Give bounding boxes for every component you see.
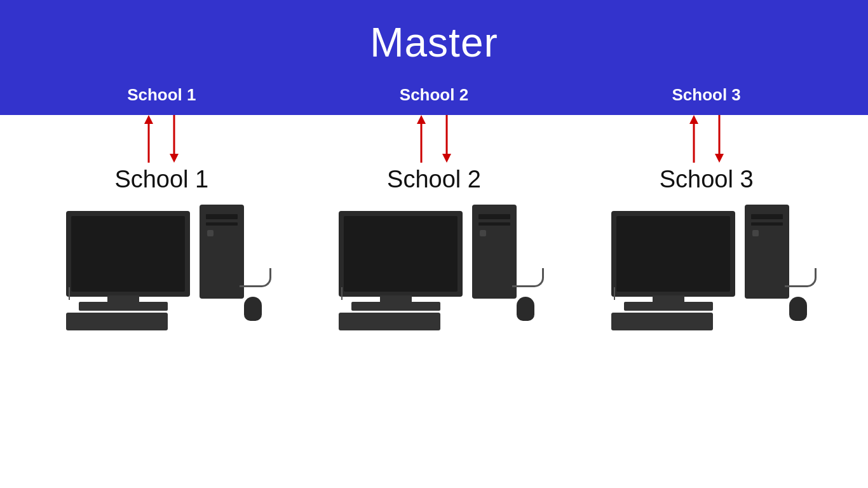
school-labels-row: School 1 School 2 School 3	[0, 79, 868, 115]
school-2-banner-label: School 2	[299, 85, 569, 105]
school-3-arrow-up-icon	[688, 115, 700, 163]
school-3-arrows	[688, 115, 726, 163]
school-2-arrows	[415, 115, 453, 163]
schools-section: School 1	[0, 115, 868, 344]
school-1-column: School 1	[27, 115, 296, 344]
svg-marker-1	[144, 115, 153, 124]
tower-button	[752, 230, 759, 236]
school-1-arrows	[142, 115, 180, 163]
tower-body	[745, 205, 789, 299]
mouse-cable	[341, 287, 342, 300]
monitor-base	[624, 302, 713, 311]
tower-button	[480, 230, 486, 236]
school-3-column: School 3	[571, 115, 841, 344]
monitor-base	[79, 302, 168, 311]
tower-cable	[512, 268, 544, 287]
tower-slot-2	[478, 222, 510, 226]
monitor-body	[66, 211, 190, 297]
keyboard-body	[611, 313, 713, 330]
school-2-computer	[332, 205, 536, 344]
monitor-screen	[616, 216, 730, 292]
tower-cable	[785, 268, 817, 287]
school-1-computer	[60, 205, 263, 344]
mouse-body	[244, 297, 262, 321]
tower-slot-1	[206, 214, 238, 219]
tower-slot-1	[751, 214, 783, 219]
school-1-banner-label: School 1	[27, 85, 296, 105]
school-2-name: School 2	[387, 166, 481, 193]
school-1-arrow-down-icon	[168, 115, 180, 163]
monitor-body	[339, 211, 463, 297]
school-1-arrow-up-icon	[142, 115, 155, 163]
mouse-body	[789, 297, 807, 321]
app-container: Master School 1 School 2 School 3	[0, 0, 868, 344]
monitor-base	[351, 302, 440, 311]
school-3-name: School 3	[660, 166, 754, 193]
mouse-cable	[614, 287, 615, 300]
tower-button	[207, 230, 214, 236]
monitor-screen	[344, 216, 458, 292]
svg-marker-9	[689, 115, 698, 124]
school-3-arrow-down-icon	[713, 115, 726, 163]
tower-cable	[240, 268, 271, 287]
master-title-row: Master	[0, 0, 868, 79]
svg-marker-5	[417, 115, 426, 124]
school-2-column: School 2	[299, 115, 569, 344]
keyboard-body	[339, 313, 440, 330]
tower-slot-2	[751, 222, 783, 226]
school-2-arrow-down-icon	[440, 115, 453, 163]
school-3-computer	[605, 205, 808, 344]
svg-marker-3	[170, 154, 179, 163]
monitor-body	[611, 211, 735, 297]
school-1-name: School 1	[114, 166, 208, 193]
tower-slot-2	[206, 222, 238, 226]
mouse-cable	[69, 287, 70, 300]
mouse-body	[517, 297, 534, 321]
keyboard-body	[66, 313, 168, 330]
monitor-screen	[71, 216, 185, 292]
master-banner: Master School 1 School 2 School 3	[0, 0, 868, 115]
svg-marker-11	[715, 154, 724, 163]
tower-slot-1	[478, 214, 510, 219]
school-3-banner-label: School 3	[571, 85, 841, 105]
school-2-arrow-up-icon	[415, 115, 428, 163]
svg-marker-7	[442, 154, 451, 163]
master-title: Master	[370, 19, 498, 66]
tower-body	[200, 205, 244, 299]
tower-body	[472, 205, 517, 299]
